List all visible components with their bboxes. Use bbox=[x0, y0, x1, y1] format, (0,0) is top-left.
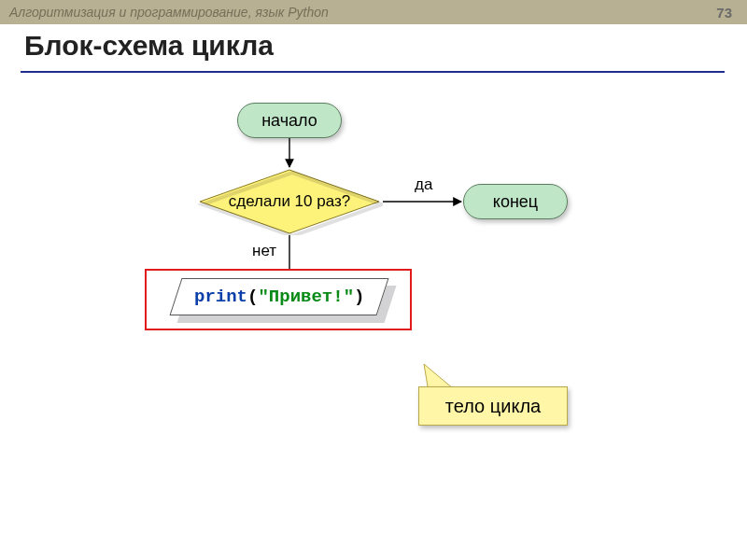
code-open: ( bbox=[247, 287, 258, 307]
start-node: начало bbox=[237, 103, 342, 138]
process-node: print("Привет!") bbox=[170, 278, 389, 315]
code-string: "Привет!" bbox=[258, 287, 354, 307]
branch-no-label: нет bbox=[252, 242, 276, 260]
code-close: ) bbox=[354, 287, 364, 307]
branch-yes-label: да bbox=[415, 175, 432, 194]
start-label: начало bbox=[261, 111, 317, 131]
decision-label: сделали 10 раз? bbox=[196, 168, 383, 235]
end-node: конец bbox=[463, 184, 568, 219]
code-func: print bbox=[194, 287, 247, 307]
end-label: конец bbox=[493, 192, 538, 212]
decision-node: сделали 10 раз? bbox=[196, 168, 383, 235]
callout-label: тело цикла bbox=[445, 396, 541, 417]
callout: тело цикла bbox=[418, 386, 568, 426]
process-code: print("Привет!") bbox=[194, 287, 364, 307]
